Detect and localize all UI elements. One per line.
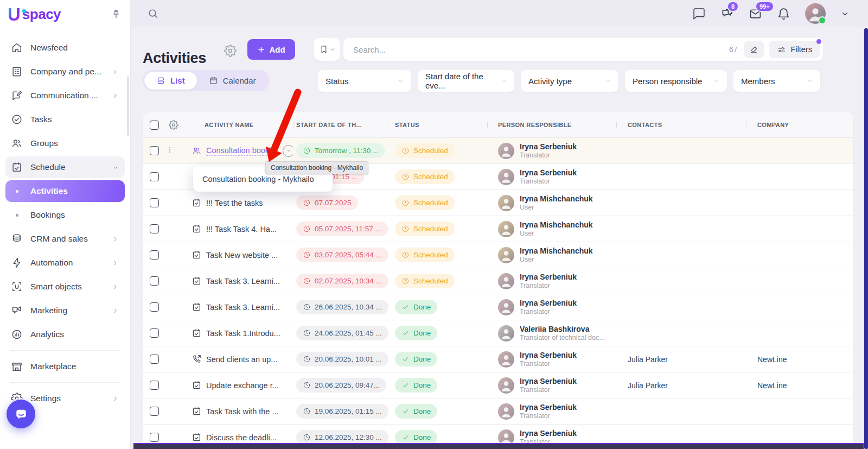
notifications-bell-icon[interactable] [777, 7, 790, 21]
table-row[interactable]: Task New website ... 03.07.2025, 05:44 .… [143, 242, 853, 268]
person-name[interactable]: Iryna Serbeniuk [520, 351, 577, 359]
sidebar-item-automation[interactable]: Automation [5, 252, 125, 274]
contact-cell[interactable]: Julia Parker [616, 355, 746, 364]
sidebar-item-marketplace[interactable]: Marketplace [5, 356, 125, 377]
activity-name-link[interactable]: !!! Task Task 4. Ha... [206, 225, 277, 233]
row-checkbox[interactable] [150, 224, 159, 233]
sidebar-item-marketing[interactable]: Marketing [5, 300, 125, 321]
table-row[interactable]: Task Task 1.Introdu... 24.06.2025, 01:45… [143, 320, 853, 346]
table-row[interactable]: !!! Test the tasks 07.07.2025 Scheduled … [143, 190, 853, 216]
filter-field-start-date-of-the-eve[interactable]: Start date of the eve... [418, 70, 514, 92]
row-checkbox[interactable] [150, 276, 159, 286]
filter-field-activity-type[interactable]: Activity type [521, 70, 618, 92]
user-avatar[interactable] [805, 3, 826, 24]
table-row[interactable]: Discuss the deadli... 12.06.2025, 12:30 … [143, 425, 853, 442]
person-name[interactable]: Iryna Serbeniuk [520, 403, 577, 412]
person-name[interactable]: Iryna Serbeniuk [520, 168, 577, 177]
chat-widget-fab[interactable] [7, 400, 35, 428]
contact-cell[interactable]: Julia Parker [616, 381, 746, 390]
sidebar-item-smart-objects[interactable]: Smart objects [5, 276, 125, 298]
sidebar-item-groups[interactable]: Groups [5, 132, 125, 154]
select-all-checkbox[interactable] [150, 121, 159, 130]
table-row[interactable]: Consultation booki... Tomorrow , 11:30 .… [143, 138, 853, 164]
activity-name-link[interactable]: Task New website ... [206, 251, 278, 260]
column-header-start-date-of-th[interactable]: START DATE OF TH... [293, 122, 387, 128]
row-checkbox[interactable] [150, 146, 159, 155]
row-checkbox[interactable] [150, 328, 159, 338]
row-menu-kebab-icon[interactable] [166, 146, 174, 156]
chats-icon[interactable]: 8 [720, 7, 734, 21]
sidebar-item-newsfeed[interactable]: Newsfeed [5, 37, 125, 59]
person-name[interactable]: Iryna Mishchanchuk [520, 246, 593, 255]
filter-field-members[interactable]: Members [733, 70, 820, 92]
activity-name-link[interactable]: Task Task 3. Learni... [206, 303, 280, 312]
add-button[interactable]: Add [247, 39, 295, 60]
tab-calendar-view[interactable]: Calendar [197, 72, 268, 90]
activity-name-link[interactable]: Send clients an up... [206, 355, 277, 364]
row-checkbox[interactable] [150, 355, 159, 364]
company-cell[interactable]: NewLine [746, 355, 853, 364]
filters-button[interactable]: Filters [769, 41, 820, 58]
row-checkbox[interactable] [150, 381, 159, 390]
column-header-activity-name[interactable]: ACTIVITY NAME [188, 122, 293, 128]
activity-name-link[interactable]: Task Task 1.Introdu... [206, 329, 280, 338]
table-row[interactable]: Task Task with the ... 19.06.2025, 01:15… [143, 399, 853, 425]
company-cell[interactable]: NewLine [746, 381, 853, 390]
activity-name-link[interactable]: Update exchange r... [206, 381, 279, 390]
clear-search-button[interactable] [744, 41, 764, 58]
row-checkbox[interactable] [150, 302, 159, 312]
activity-name-link[interactable]: Task Task 3. Learni... [206, 277, 280, 286]
activity-name-link[interactable]: Discuss the deadli... [206, 433, 277, 442]
search-input[interactable] [352, 45, 729, 55]
feed-messages-icon[interactable] [692, 7, 706, 21]
sidebar-item-activities[interactable]: Activities [5, 180, 125, 202]
vertical-scrollbar[interactable] [864, 28, 868, 449]
column-header-person-responsible[interactable]: PERSON RESPONSIBLE [487, 122, 616, 128]
column-header-status[interactable]: STATUS [387, 122, 487, 128]
mail-icon[interactable]: 99+ [749, 7, 762, 21]
table-row[interactable]: Update exchange r... 20.06.2025, 09:47..… [143, 372, 853, 399]
person-name[interactable]: Iryna Serbeniuk [520, 429, 577, 438]
sidebar-item-crm-and-sales[interactable]: CRM and sales [5, 228, 125, 250]
row-checkbox[interactable] [150, 250, 159, 260]
person-name[interactable]: Iryna Serbeniuk [520, 377, 577, 385]
table-row[interactable]: Task Task 3. Learni... 02.07.2025, 10:34… [143, 268, 853, 294]
person-name[interactable]: Iryna Mishchanchuk [520, 220, 593, 229]
person-name[interactable]: Iryna Serbeniuk [520, 273, 577, 281]
sidebar-item-analytics[interactable]: Analytics [5, 324, 125, 345]
expand-activity-button[interactable] [283, 145, 293, 157]
tab-list-view[interactable]: List [144, 72, 197, 90]
activity-name-link[interactable]: Task Task with the ... [206, 407, 279, 416]
table-settings-gear-icon[interactable] [169, 120, 178, 130]
person-name[interactable]: Iryna Serbeniuk [520, 299, 577, 307]
uspacy-logo[interactable]: U spacy [8, 5, 61, 23]
sidebar-item-schedule[interactable]: Schedule [5, 156, 125, 178]
pin-sidebar-icon[interactable] [111, 9, 122, 20]
activity-name-link[interactable]: !!! Test the tasks [206, 199, 263, 207]
profile-chevron-down-icon[interactable] [840, 9, 850, 18]
page-settings-gear-icon[interactable] [224, 45, 237, 57]
person-name[interactable]: Iryna Serbeniuk [520, 142, 577, 151]
table-row[interactable]: Task Task 3. Learni... 26.06.2025, 10:34… [143, 294, 853, 320]
global-search-icon[interactable] [147, 8, 159, 20]
sidebar-item-company-and-pe[interactable]: Company and pe... [5, 61, 125, 83]
saved-filters-bookmark-button[interactable] [314, 38, 340, 61]
person-name[interactable]: Valeriia Bashkirova [520, 325, 605, 333]
row-checkbox[interactable] [150, 407, 159, 416]
column-header-contacts[interactable]: CONTACTS [616, 122, 746, 128]
row-checkbox[interactable] [150, 433, 159, 442]
filter-field-person-responsible[interactable]: Person responsible [625, 70, 727, 92]
horizontal-scrollbar[interactable] [133, 443, 864, 449]
sidebar-item-tasks[interactable]: Tasks [5, 109, 125, 130]
row-checkbox[interactable] [150, 172, 159, 181]
sidebar-item-communication[interactable]: Communication ... [5, 85, 125, 106]
person-name[interactable]: Iryna Mishchanchuk [520, 194, 593, 203]
sidebar-scrollbar[interactable] [127, 76, 129, 136]
row-checkbox[interactable] [150, 198, 159, 207]
filter-field-status[interactable]: Status [318, 70, 411, 92]
sidebar-item-bookings[interactable]: Bookings [5, 204, 125, 226]
table-row[interactable]: !!! Task Task 4. Ha... 05.07.2025, 11:57… [143, 216, 853, 242]
column-header-company[interactable]: COMPANY [746, 122, 853, 128]
activity-name-link[interactable]: Consultation booki... [206, 146, 277, 156]
table-row[interactable]: Send clients an up... 20.06.2025, 10:01 … [143, 346, 853, 372]
